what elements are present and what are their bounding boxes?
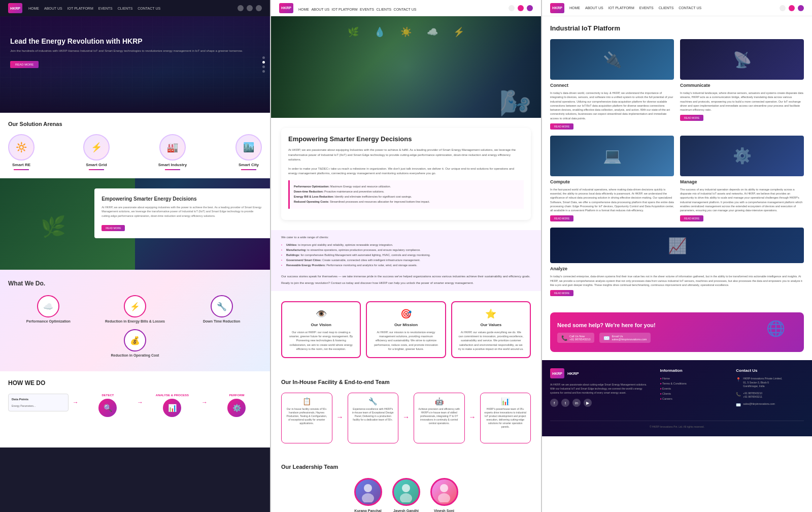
- vision-title: Our Vision: [288, 323, 354, 327]
- help-email-item[interactable]: ✉️ Email Us sales@hkrpinnovations.com: [599, 333, 651, 343]
- social-icon-p3[interactable]: [789, 5, 795, 11]
- footer-social: f t in ▶: [550, 399, 652, 407]
- footer-linkedin-icon[interactable]: in: [572, 399, 581, 407]
- vision-icon: 👁️: [288, 308, 354, 319]
- nav-clients-p1[interactable]: CLIENTS: [118, 7, 133, 10]
- nav-iot-p1[interactable]: IOT PLATFORM: [67, 7, 93, 10]
- arena-label-re: Smart RE: [12, 163, 30, 167]
- arena-label-grid: Smart Grid: [86, 163, 107, 167]
- vision-mission-section: 👁️ Our Vision Our vision at HKRP: our ro…: [271, 291, 541, 368]
- iot-connect-read-more-btn[interactable]: READ MORE: [550, 123, 573, 130]
- serve-cta-text: Ready to join the energy revolution? Con…: [281, 281, 531, 286]
- social-icon2-p1[interactable]: [256, 5, 262, 11]
- what-perf-opt: ☁️ Performance Optimization: [8, 295, 89, 323]
- nav-events-p3[interactable]: EVENTS: [639, 6, 654, 10]
- nav-events-p1[interactable]: EVENTS: [98, 7, 113, 10]
- footer-facebook-icon[interactable]: f: [550, 399, 558, 407]
- panel-3: HKRP HOME ABOUT US IOT PLATFORM EVENTS C…: [542, 0, 812, 512]
- nav-clients-p2[interactable]: CLIENTS: [377, 8, 392, 11]
- footer-link-home[interactable]: Home: [660, 377, 728, 380]
- nav-right-p3: [780, 5, 804, 11]
- nav-contact-p1[interactable]: CONTACT US: [138, 7, 160, 10]
- hero-cta-btn[interactable]: READ MORE: [10, 61, 39, 68]
- nav-iot-p2[interactable]: IOT PLATFORM: [332, 8, 358, 11]
- footer-email: ✉️ sales@hkrpinnovations.com: [736, 402, 804, 407]
- serve-manufacturing: Manufacturing: to streamline operations,…: [281, 248, 531, 253]
- highlight-3: Energy Bill & Loss Reduction: Identify a…: [294, 195, 520, 200]
- footer-contact-col: Contact Us 📍 HKRP-Innovations Private Li…: [736, 368, 804, 410]
- windmill-icon: 🌬️: [499, 88, 531, 118]
- data-points-label: Data Points: [12, 397, 65, 402]
- banner-cta-btn[interactable]: READ MORE: [101, 225, 125, 231]
- empowering-section: Empowering Smarter Energy Decisions At H…: [271, 118, 541, 230]
- footer-address: 📍 HKRP-Innovations Private Limited,91, 5…: [736, 377, 804, 389]
- values-icon: ⭐: [458, 308, 524, 319]
- footer-youtube-icon[interactable]: ▶: [584, 399, 592, 407]
- help-phone-item[interactable]: 📞 Call Us Now +91 9876543210: [557, 333, 594, 343]
- leader-name-3: Vinesh Soni: [434, 509, 454, 512]
- arena-smart-re[interactable]: 🔆 Smart RE: [8, 134, 35, 170]
- hero2-icon-drop: 💧: [374, 26, 385, 38]
- serve-footer: Our success stories speak for themselves…: [281, 274, 531, 279]
- nav-about-p3[interactable]: ABOUT US: [585, 6, 603, 10]
- footer-email-text: sales@hkrpinnovations.com: [743, 402, 775, 406]
- help-email-address: sales@hkrpinnovations.com: [612, 338, 647, 341]
- nav-iot-p3[interactable]: IOT PLATFORM: [608, 6, 634, 10]
- what-we-do-section: What We Do. ☁️ Performance Optimization …: [0, 270, 270, 371]
- mission-card: 🎯 Our Mission At HKRP, our mission is to…: [366, 301, 446, 358]
- how-data-points: Data Points Energy Parameters...: [8, 394, 69, 411]
- panel-2: HKRP HOME ABOUT US IOT PLATFORM EVENTS C…: [270, 0, 542, 512]
- social-icon2-p3[interactable]: [798, 5, 804, 11]
- nav-clients-p3[interactable]: CLIENTS: [659, 6, 674, 10]
- social-icon-p1[interactable]: [247, 5, 253, 11]
- help-contacts: 📞 Call Us Now +91 9876543210 ✉️ Email Us…: [557, 333, 656, 343]
- arena-smart-city[interactable]: 🏙️ Smart City: [235, 134, 262, 170]
- nav-right-p1: [238, 5, 262, 11]
- leader-name-2: Jayesh Gandhi: [393, 509, 419, 512]
- arena-smart-industry[interactable]: 🏭 Smart Industry: [158, 134, 187, 170]
- fc-text-3: Achieve precision and efficiency with HK…: [418, 407, 460, 425]
- arena-underline-city: [241, 169, 256, 170]
- iot-communicate-read-more-btn[interactable]: READ MORE: [680, 115, 703, 121]
- leader-avatar-1: [354, 478, 382, 506]
- footer-link-events[interactable]: Events: [660, 387, 728, 390]
- arena-icon-industry: 🏭: [159, 134, 186, 161]
- footer-link-terms[interactable]: Terms & Conditions: [660, 382, 728, 385]
- footer-link-clients[interactable]: Clients: [660, 392, 728, 395]
- iot-image-compute: 💻: [550, 136, 674, 176]
- nav-events-p2[interactable]: EVENTS: [360, 8, 374, 11]
- footer-twitter-icon[interactable]: t: [561, 399, 569, 407]
- nav-contact-p2[interactable]: CONTACT US: [394, 8, 417, 11]
- nav-panel2: HKRP HOME ABOUT US IOT PLATFORM EVENTS C…: [271, 0, 541, 16]
- nav-about-p2[interactable]: ABOUT US: [311, 8, 329, 11]
- footer-logo-section: HKRP HKRP At HKRP, we are passionate abo…: [550, 368, 652, 410]
- what-circle-perf: ☁️: [37, 295, 59, 317]
- hero2-icon-bolt: ⚡: [453, 26, 464, 38]
- leadership-title: Our Leadership Team: [281, 464, 531, 470]
- main-container: HKRP HOME ABOUT US IOT PLATFORM EVENTS C…: [0, 0, 812, 512]
- iot-compute-read-more-btn[interactable]: READ MORE: [550, 215, 573, 221]
- search-icon-p3[interactable]: [780, 5, 786, 11]
- footer-link-careers[interactable]: Careers: [660, 397, 728, 400]
- nav-home-p1[interactable]: HOME: [28, 7, 39, 10]
- social-icon-p2[interactable]: [518, 5, 524, 11]
- search-icon-p1[interactable]: [238, 5, 244, 11]
- fc-text-4: HKRP's powerhouse team of 35+ experts dr…: [485, 407, 527, 429]
- hero-title: Lead the Energy Revolution with HKRP: [10, 37, 260, 46]
- iot-card-manage-text: The success of any industrial operation …: [680, 187, 804, 213]
- nav-about-p1[interactable]: ABOUT US: [44, 7, 62, 10]
- nav-home-p3[interactable]: HOME: [569, 6, 580, 10]
- iot-manage-read-more-btn[interactable]: READ MORE: [680, 215, 703, 221]
- iot-analyze-read-more-btn[interactable]: READ MORE: [550, 290, 573, 296]
- arena-smart-grid[interactable]: ⚡ Smart Grid: [83, 134, 110, 170]
- facility-flow: 📋 Our in-house facility consists of 50+ …: [281, 393, 531, 443]
- footer-contact-title: Contact Us: [736, 368, 804, 373]
- what-circle-op: 💰: [124, 329, 146, 351]
- social-icon2-p2[interactable]: [527, 5, 533, 11]
- banner-section: Empowering Smarter Energy Decisions At H…: [0, 178, 270, 270]
- nav-contact-p3[interactable]: CONTACT US: [679, 6, 701, 10]
- how-arrow-2: →: [137, 399, 143, 406]
- search-icon-p2[interactable]: [509, 5, 515, 11]
- nav-home-p2[interactable]: HOME: [298, 8, 309, 11]
- fc-icon-3: 🤖: [418, 397, 460, 405]
